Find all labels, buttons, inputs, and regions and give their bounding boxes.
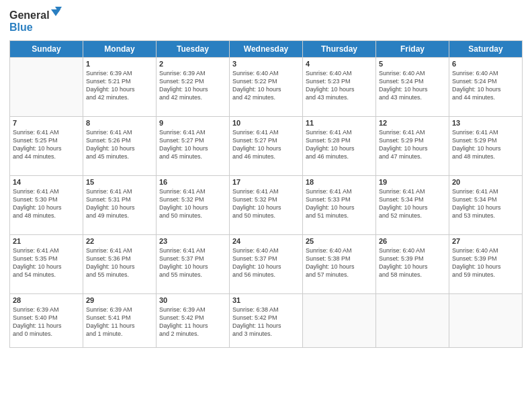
date-number: 14 — [13, 178, 80, 186]
cell-info: Sunrise: 6:41 AM Sunset: 5:34 PM Dayligh… — [452, 187, 519, 220]
calendar-table: SundayMondayTuesdayWednesdayThursdayFrid… — [9, 40, 523, 348]
date-number: 25 — [306, 237, 373, 245]
calendar-cell: 4Sunrise: 6:40 AM Sunset: 5:23 PM Daylig… — [303, 58, 376, 117]
header-row: SundayMondayTuesdayWednesdayThursdayFrid… — [10, 41, 523, 58]
calendar-cell: 8Sunrise: 6:41 AM Sunset: 5:26 PM Daylig… — [83, 117, 157, 176]
cell-info: Sunrise: 6:41 AM Sunset: 5:29 PM Dayligh… — [379, 128, 446, 161]
cell-info: Sunrise: 6:40 AM Sunset: 5:24 PM Dayligh… — [379, 69, 446, 102]
cell-info: Sunrise: 6:40 AM Sunset: 5:23 PM Dayligh… — [306, 69, 373, 102]
date-number: 27 — [452, 237, 519, 245]
date-number: 2 — [159, 60, 226, 68]
calendar-cell: 2Sunrise: 6:39 AM Sunset: 5:22 PM Daylig… — [157, 58, 230, 117]
date-number: 24 — [232, 237, 300, 245]
calendar-cell: 11Sunrise: 6:41 AM Sunset: 5:28 PM Dayli… — [303, 117, 376, 176]
calendar-cell: 15Sunrise: 6:41 AM Sunset: 5:31 PM Dayli… — [83, 176, 157, 235]
calendar-cell — [376, 294, 449, 348]
day-header-friday: Friday — [376, 41, 449, 58]
date-number: 17 — [232, 178, 300, 186]
calendar-cell: 27Sunrise: 6:40 AM Sunset: 5:39 PM Dayli… — [449, 235, 523, 294]
cell-info: Sunrise: 6:41 AM Sunset: 5:29 PM Dayligh… — [452, 128, 519, 161]
cell-info: Sunrise: 6:41 AM Sunset: 5:34 PM Dayligh… — [379, 187, 446, 220]
date-number: 1 — [86, 60, 153, 68]
cell-info: Sunrise: 6:41 AM Sunset: 5:26 PM Dayligh… — [86, 128, 153, 161]
cell-info: Sunrise: 6:39 AM Sunset: 5:40 PM Dayligh… — [13, 306, 80, 338]
cell-info: Sunrise: 6:40 AM Sunset: 5:39 PM Dayligh… — [379, 246, 446, 279]
date-number: 4 — [306, 60, 373, 68]
calendar-cell: 5Sunrise: 6:40 AM Sunset: 5:24 PM Daylig… — [376, 58, 449, 117]
cell-info: Sunrise: 6:41 AM Sunset: 5:36 PM Dayligh… — [86, 246, 153, 279]
calendar-cell: 18Sunrise: 6:41 AM Sunset: 5:33 PM Dayli… — [303, 176, 376, 235]
cell-info: Sunrise: 6:41 AM Sunset: 5:35 PM Dayligh… — [13, 246, 80, 279]
date-number: 28 — [13, 296, 80, 304]
cell-info: Sunrise: 6:41 AM Sunset: 5:28 PM Dayligh… — [306, 128, 373, 161]
date-number: 13 — [452, 119, 519, 127]
day-header-sunday: Sunday — [10, 41, 83, 58]
date-number: 9 — [159, 119, 226, 127]
cell-info: Sunrise: 6:38 AM Sunset: 5:42 PM Dayligh… — [232, 306, 300, 338]
calendar-cell: 23Sunrise: 6:41 AM Sunset: 5:37 PM Dayli… — [157, 235, 230, 294]
svg-text:Blue: Blue — [9, 21, 33, 33]
day-header-saturday: Saturday — [449, 41, 523, 58]
cell-info: Sunrise: 6:39 AM Sunset: 5:42 PM Dayligh… — [159, 306, 226, 338]
date-number: 21 — [13, 237, 80, 245]
cell-info: Sunrise: 6:40 AM Sunset: 5:37 PM Dayligh… — [232, 246, 300, 279]
calendar-cell: 31Sunrise: 6:38 AM Sunset: 5:42 PM Dayli… — [230, 294, 303, 348]
cell-info: Sunrise: 6:40 AM Sunset: 5:39 PM Dayligh… — [452, 246, 519, 279]
page: GeneralBlue SundayMondayTuesdayWednesday… — [0, 0, 532, 411]
date-number: 10 — [232, 119, 300, 127]
calendar-cell: 30Sunrise: 6:39 AM Sunset: 5:42 PM Dayli… — [157, 294, 230, 348]
calendar-cell: 13Sunrise: 6:41 AM Sunset: 5:29 PM Dayli… — [449, 117, 523, 176]
day-header-thursday: Thursday — [303, 41, 376, 58]
week-row-3: 14Sunrise: 6:41 AM Sunset: 5:30 PM Dayli… — [10, 176, 523, 235]
calendar-cell: 24Sunrise: 6:40 AM Sunset: 5:37 PM Dayli… — [230, 235, 303, 294]
date-number: 23 — [159, 237, 226, 245]
cell-info: Sunrise: 6:41 AM Sunset: 5:25 PM Dayligh… — [13, 128, 80, 161]
week-row-5: 28Sunrise: 6:39 AM Sunset: 5:40 PM Dayli… — [10, 294, 523, 348]
date-number: 26 — [379, 237, 446, 245]
date-number: 16 — [159, 178, 226, 186]
cell-info: Sunrise: 6:41 AM Sunset: 5:27 PM Dayligh… — [232, 128, 300, 161]
cell-info: Sunrise: 6:39 AM Sunset: 5:22 PM Dayligh… — [159, 69, 226, 102]
cell-info: Sunrise: 6:41 AM Sunset: 5:30 PM Dayligh… — [13, 187, 80, 220]
calendar-cell: 19Sunrise: 6:41 AM Sunset: 5:34 PM Dayli… — [376, 176, 449, 235]
date-number: 12 — [379, 119, 446, 127]
calendar-cell: 14Sunrise: 6:41 AM Sunset: 5:30 PM Dayli… — [10, 176, 83, 235]
week-row-2: 7Sunrise: 6:41 AM Sunset: 5:25 PM Daylig… — [10, 117, 523, 176]
date-number: 31 — [232, 296, 300, 304]
date-number: 29 — [86, 296, 153, 304]
date-number: 30 — [159, 296, 226, 304]
calendar-cell: 3Sunrise: 6:40 AM Sunset: 5:22 PM Daylig… — [230, 58, 303, 117]
calendar-cell: 10Sunrise: 6:41 AM Sunset: 5:27 PM Dayli… — [230, 117, 303, 176]
calendar-cell: 20Sunrise: 6:41 AM Sunset: 5:34 PM Dayli… — [449, 176, 523, 235]
cell-info: Sunrise: 6:41 AM Sunset: 5:27 PM Dayligh… — [159, 128, 226, 161]
date-number: 20 — [452, 178, 519, 186]
calendar-cell: 9Sunrise: 6:41 AM Sunset: 5:27 PM Daylig… — [157, 117, 230, 176]
calendar-cell: 22Sunrise: 6:41 AM Sunset: 5:36 PM Dayli… — [83, 235, 157, 294]
calendar-cell: 1Sunrise: 6:39 AM Sunset: 5:21 PM Daylig… — [83, 58, 157, 117]
calendar-cell — [10, 58, 83, 117]
calendar-cell: 21Sunrise: 6:41 AM Sunset: 5:35 PM Dayli… — [10, 235, 83, 294]
calendar-cell: 6Sunrise: 6:40 AM Sunset: 5:24 PM Daylig… — [449, 58, 523, 117]
calendar-cell — [449, 294, 523, 348]
date-number: 5 — [379, 60, 446, 68]
cell-info: Sunrise: 6:40 AM Sunset: 5:38 PM Dayligh… — [306, 246, 373, 279]
cell-info: Sunrise: 6:39 AM Sunset: 5:41 PM Dayligh… — [86, 306, 153, 338]
calendar-cell: 29Sunrise: 6:39 AM Sunset: 5:41 PM Dayli… — [83, 294, 157, 348]
header: GeneralBlue — [9, 7, 523, 35]
date-number: 8 — [86, 119, 153, 127]
calendar-cell: 16Sunrise: 6:41 AM Sunset: 5:32 PM Dayli… — [157, 176, 230, 235]
cell-info: Sunrise: 6:41 AM Sunset: 5:31 PM Dayligh… — [86, 187, 153, 220]
calendar-cell — [303, 294, 376, 348]
calendar-cell: 28Sunrise: 6:39 AM Sunset: 5:40 PM Dayli… — [10, 294, 83, 348]
svg-text:General: General — [9, 9, 50, 21]
date-number: 3 — [232, 60, 300, 68]
calendar-cell: 7Sunrise: 6:41 AM Sunset: 5:25 PM Daylig… — [10, 117, 83, 176]
calendar-cell: 12Sunrise: 6:41 AM Sunset: 5:29 PM Dayli… — [376, 117, 449, 176]
logo-svg: GeneralBlue — [9, 7, 63, 35]
cell-info: Sunrise: 6:41 AM Sunset: 5:32 PM Dayligh… — [232, 187, 300, 220]
day-header-monday: Monday — [83, 41, 157, 58]
date-number: 11 — [306, 119, 373, 127]
date-number: 6 — [452, 60, 519, 68]
cell-info: Sunrise: 6:41 AM Sunset: 5:32 PM Dayligh… — [159, 187, 226, 220]
date-number: 15 — [86, 178, 153, 186]
